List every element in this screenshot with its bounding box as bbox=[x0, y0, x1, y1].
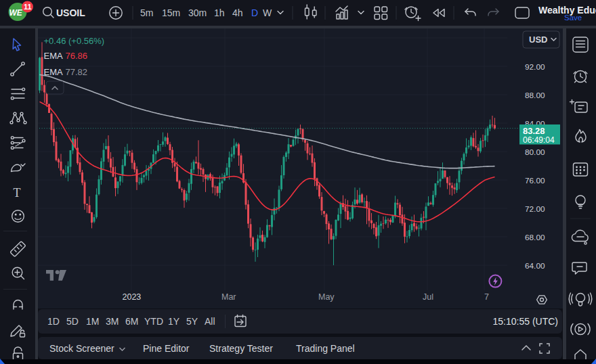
svg-text:Jul: Jul bbox=[423, 292, 433, 302]
svg-text:15m: 15m bbox=[162, 7, 180, 18]
svg-text:EMA: EMA bbox=[44, 51, 64, 61]
svg-text:83.28: 83.28 bbox=[523, 126, 545, 136]
svg-text:7: 7 bbox=[484, 292, 489, 302]
svg-text:92.00: 92.00 bbox=[525, 62, 545, 72]
svg-text:WE: WE bbox=[9, 8, 23, 18]
svg-text:64.00: 64.00 bbox=[525, 261, 545, 271]
svg-text:88.00: 88.00 bbox=[525, 91, 545, 100]
svg-text:77.82: 77.82 bbox=[66, 67, 88, 77]
svg-text:W: W bbox=[263, 7, 272, 18]
svg-text:+0.46 (+0.56%): +0.46 (+0.56%) bbox=[44, 36, 105, 46]
svg-text:EMA: EMA bbox=[44, 67, 64, 77]
svg-text:80.00: 80.00 bbox=[525, 147, 545, 157]
svg-text:30m: 30m bbox=[188, 7, 207, 18]
svg-text:2023: 2023 bbox=[123, 292, 142, 302]
svg-text:72.00: 72.00 bbox=[525, 204, 545, 214]
svg-text:1h: 1h bbox=[214, 7, 225, 18]
svg-text:76.00: 76.00 bbox=[525, 176, 545, 185]
svg-text:76.86: 76.86 bbox=[66, 51, 88, 61]
svg-text:68.00: 68.00 bbox=[525, 233, 545, 242]
svg-text:USD: USD bbox=[529, 35, 547, 45]
svg-text:4h: 4h bbox=[232, 7, 243, 18]
svg-text:Save: Save bbox=[564, 14, 582, 22]
svg-text:06:49:04: 06:49:04 bbox=[523, 135, 555, 145]
svg-text:May: May bbox=[318, 292, 335, 302]
svg-text:11: 11 bbox=[24, 3, 32, 11]
svg-text:D: D bbox=[251, 7, 258, 18]
svg-text:USOIL: USOIL bbox=[56, 7, 85, 18]
svg-text:Mar: Mar bbox=[221, 292, 236, 302]
svg-text:T: T bbox=[14, 186, 21, 200]
svg-text:5m: 5m bbox=[140, 7, 153, 18]
